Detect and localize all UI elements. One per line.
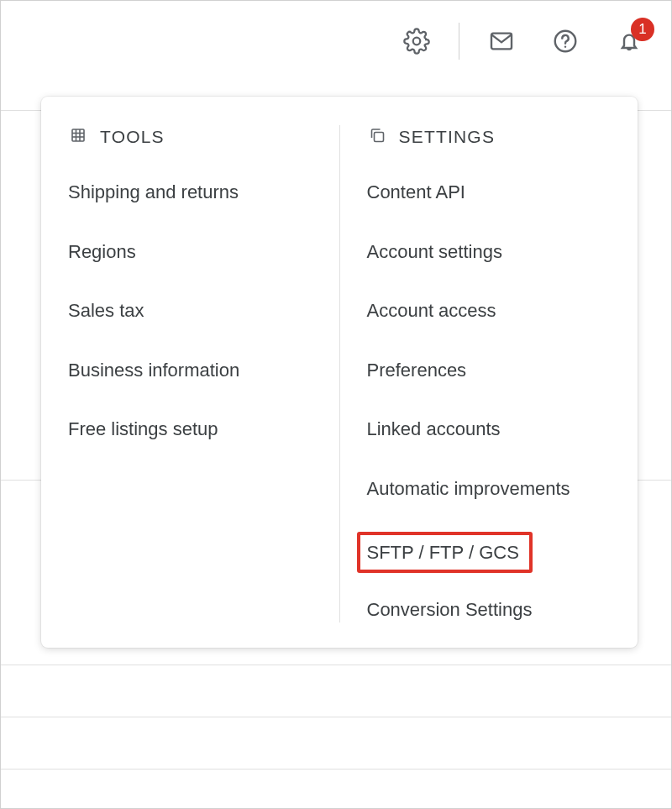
menu-sales-tax[interactable]: Sales tax [68,299,144,323]
notification-badge: 1 [631,18,654,41]
menu-free-listings-setup[interactable]: Free listings setup [68,418,218,442]
tools-title: TOOLS [100,127,165,147]
svg-rect-4 [72,129,84,141]
menu-preferences[interactable]: Preferences [367,359,467,383]
menu-conversion-settings[interactable]: Conversion Settings [367,598,533,623]
menu-linked-accounts[interactable]: Linked accounts [367,418,501,442]
top-toolbar: 1 [400,23,646,60]
svg-point-0 [413,38,421,45]
gear-icon[interactable] [400,24,433,58]
menu-regions[interactable]: Regions [68,240,136,265]
tools-column: TOOLS Shipping and returns Regions Sales… [41,125,340,623]
menu-content-api[interactable]: Content API [367,181,465,205]
copy-icon [367,125,387,149]
help-icon[interactable] [549,24,582,58]
menu-sftp-ftp-gcs[interactable]: SFTP / FTP / GCS [357,532,533,574]
notifications-icon[interactable]: 1 [612,24,646,58]
tools-settings-dropdown: TOOLS Shipping and returns Regions Sales… [41,97,638,648]
svg-point-3 [564,45,566,47]
toolbar-divider [459,23,459,60]
mail-icon[interactable] [485,24,518,58]
menu-business-information[interactable]: Business information [68,359,239,383]
menu-account-settings[interactable]: Account settings [367,240,502,265]
settings-column: SETTINGS Content API Account settings Ac… [340,125,638,623]
menu-account-access[interactable]: Account access [367,299,496,323]
menu-shipping-returns[interactable]: Shipping and returns [68,181,239,205]
settings-title: SETTINGS [399,127,496,147]
menu-automatic-improvements[interactable]: Automatic improvements [367,477,570,502]
grid-icon [68,125,88,149]
svg-rect-9 [374,133,383,142]
settings-header: SETTINGS [367,125,612,149]
tools-header: TOOLS [68,125,312,149]
